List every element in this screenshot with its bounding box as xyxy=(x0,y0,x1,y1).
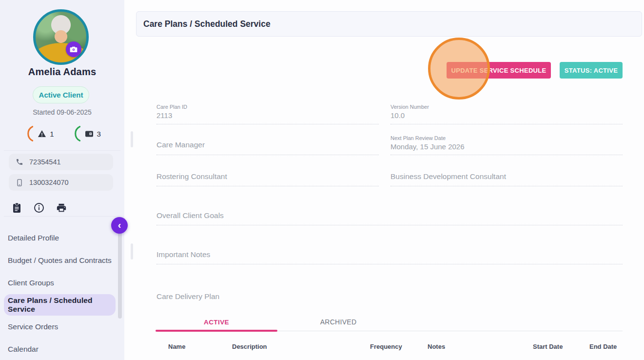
mobile-number: 1300324070 xyxy=(29,179,69,186)
field-value: Monday, 15 June 2026 xyxy=(390,142,623,151)
field-placeholder: Business Development Consultant xyxy=(390,172,623,181)
content-scroll-mark xyxy=(131,243,133,260)
sidebar-menu: Detailed Profile Budget / Quotes and Con… xyxy=(0,227,124,360)
camera-icon xyxy=(70,46,78,53)
overall-client-goals-field[interactable]: Overall Client Goals xyxy=(156,207,623,225)
field-placeholder: Care Manager xyxy=(156,140,379,149)
sidebar-item-service-orders[interactable]: Service Orders xyxy=(0,316,124,338)
phone-field[interactable]: 72354541 xyxy=(9,154,113,170)
field-placeholder: Overall Client Goals xyxy=(156,211,623,220)
chevron-left-icon: ‹ xyxy=(118,220,121,230)
mobile-phone-icon xyxy=(16,179,23,187)
field-value: 10.0 xyxy=(390,111,623,120)
care-delivery-plan-title: Care Delivery Plan xyxy=(156,292,219,301)
warning-triangle-icon xyxy=(38,130,46,138)
change-photo-button[interactable] xyxy=(66,41,81,57)
documents-indicator[interactable]: 3 xyxy=(71,123,101,144)
client-started-date: Started 09-06-2025 xyxy=(0,108,124,116)
tab-active[interactable]: ACTIVE xyxy=(156,313,277,331)
field-label: Care Plan ID xyxy=(156,104,379,110)
client-indicators: 1 3 xyxy=(0,123,124,144)
documents-count: 3 xyxy=(97,130,101,138)
app-window: Amelia Adams Active Client Started 09-06… xyxy=(0,0,644,360)
care-manager-field[interactable]: Care Manager xyxy=(156,137,379,155)
print-icon-button[interactable] xyxy=(56,202,67,214)
sidebar-item-calendar[interactable]: Calendar xyxy=(0,338,124,360)
table-header-start-date: Start Date xyxy=(533,343,563,350)
info-icon xyxy=(34,202,44,213)
clipboard-icon-button[interactable] xyxy=(11,202,22,214)
page-title: Care Plans / Scheduled Service xyxy=(143,19,271,29)
table-header-notes: Notes xyxy=(428,343,445,350)
sidebar-item-budget-quotes-contracts[interactable]: Budget / Quotes and Contracts xyxy=(0,249,124,272)
sidebar-divider xyxy=(4,150,120,151)
field-value: 2113 xyxy=(156,111,379,120)
table-header-description: Description xyxy=(232,343,267,350)
table-header-name: Name xyxy=(168,343,185,350)
sidebar-scrollbar-thumb[interactable] xyxy=(118,228,122,319)
field-placeholder: Rostering Consultant xyxy=(156,172,379,181)
warnings-count: 1 xyxy=(50,130,54,138)
client-avatar-wrap xyxy=(33,9,89,65)
table-header-end-date: End Date xyxy=(589,343,617,350)
business-development-consultant-field[interactable]: Business Development Consultant xyxy=(390,168,623,186)
client-name: Amelia Adams xyxy=(0,66,124,78)
client-avatar-photo xyxy=(33,9,89,65)
sidebar-item-client-groups[interactable]: Client Groups xyxy=(0,272,124,294)
page-title-bar: Care Plans / Scheduled Service xyxy=(136,11,642,37)
collapse-sidebar-button[interactable]: ‹ xyxy=(111,217,128,234)
content-scroll-mark xyxy=(131,131,133,147)
sidebar-item-detailed-profile[interactable]: Detailed Profile xyxy=(0,227,124,249)
printer-icon xyxy=(56,202,67,213)
field-label: Version Number xyxy=(390,104,623,110)
orange-arc-icon xyxy=(23,123,34,144)
care-plan-id-field[interactable]: Care Plan ID 2113 xyxy=(156,104,379,124)
card-icon xyxy=(85,130,94,138)
info-icon-button[interactable] xyxy=(34,202,44,214)
field-label: Next Plan Review Date xyxy=(390,135,623,141)
care-delivery-tabs: ACTIVE ARCHIVED xyxy=(156,313,623,332)
update-service-schedule-button[interactable]: UPDATE SERVICE SCHEDULE xyxy=(447,62,551,79)
clipboard-icon xyxy=(12,202,21,213)
status-active-button[interactable]: STATUS: ACTIVE xyxy=(560,62,623,79)
sidebar-action-icons xyxy=(11,202,67,214)
client-status-badge: Active Client xyxy=(33,86,89,103)
tab-archived[interactable]: ARCHIVED xyxy=(277,313,399,331)
rostering-consultant-field[interactable]: Rostering Consultant xyxy=(156,168,379,186)
green-arc-icon xyxy=(71,123,81,144)
sidebar-item-care-plans[interactable]: Care Plans / Scheduled Service xyxy=(4,294,116,316)
warnings-indicator[interactable]: 1 xyxy=(23,123,54,144)
phone-icon xyxy=(16,158,23,166)
phone-number: 72354541 xyxy=(29,158,61,166)
active-tab-underline xyxy=(156,330,277,332)
important-notes-field[interactable]: Important Notes xyxy=(156,246,623,264)
client-sidebar: Amelia Adams Active Client Started 09-06… xyxy=(0,0,124,360)
sidebar-divider xyxy=(4,216,120,217)
version-number-field[interactable]: Version Number 10.0 xyxy=(390,104,623,124)
mobile-field[interactable]: 1300324070 xyxy=(9,174,113,191)
field-placeholder: Important Notes xyxy=(156,250,623,259)
next-plan-review-date-field[interactable]: Next Plan Review Date Monday, 15 June 20… xyxy=(390,135,623,155)
table-header-frequency: Frequency xyxy=(370,343,402,350)
